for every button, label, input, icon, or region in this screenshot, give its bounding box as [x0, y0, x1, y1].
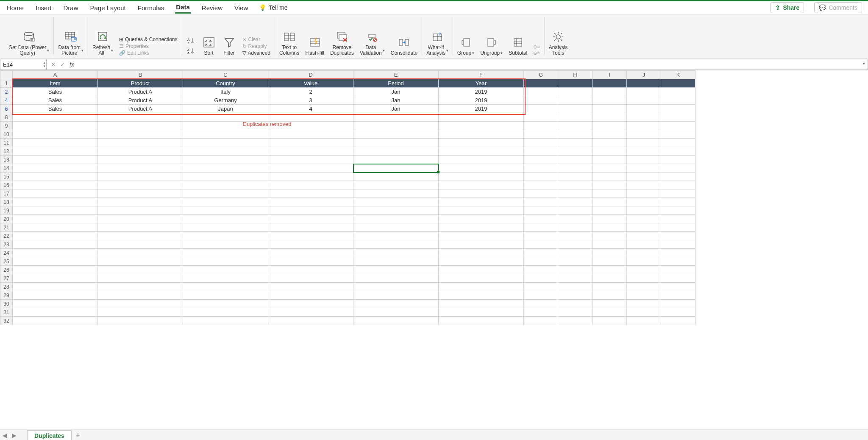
- cell[interactable]: [593, 291, 627, 300]
- row-header[interactable]: 2: [0, 88, 13, 96]
- formula-input[interactable]: ▾: [78, 59, 868, 70]
- cell[interactable]: [661, 113, 696, 122]
- cell[interactable]: [268, 198, 353, 206]
- cell[interactable]: [98, 283, 183, 291]
- cell[interactable]: [268, 173, 353, 181]
- cell[interactable]: [593, 105, 627, 113]
- hide-detail-button[interactable]: ⊖≡: [533, 50, 540, 56]
- cell[interactable]: [13, 240, 98, 249]
- cell[interactable]: [439, 291, 524, 300]
- cell[interactable]: [627, 257, 661, 266]
- cell[interactable]: [439, 300, 524, 308]
- cell[interactable]: [593, 139, 627, 147]
- cell[interactable]: [183, 189, 268, 198]
- cell[interactable]: [268, 232, 353, 240]
- cell[interactable]: [524, 300, 558, 308]
- cell[interactable]: 4: [268, 105, 353, 113]
- header-cell[interactable]: [661, 79, 696, 88]
- cell[interactable]: [661, 232, 696, 240]
- cell[interactable]: [627, 206, 661, 215]
- text-to-columns-button[interactable]: Text to Columns: [279, 30, 299, 56]
- cell[interactable]: [268, 266, 353, 274]
- cell[interactable]: [353, 189, 439, 198]
- cell[interactable]: [439, 232, 524, 240]
- column-header[interactable]: E: [353, 71, 439, 79]
- cell[interactable]: [98, 156, 183, 164]
- cell[interactable]: [593, 283, 627, 291]
- cell[interactable]: [524, 113, 558, 122]
- row-header[interactable]: 20: [0, 215, 13, 223]
- cell[interactable]: [13, 164, 98, 173]
- cell[interactable]: [661, 88, 696, 96]
- cell[interactable]: [439, 181, 524, 189]
- properties-button[interactable]: ☰Properties: [119, 43, 149, 49]
- cell[interactable]: [524, 266, 558, 274]
- cell[interactable]: [558, 300, 593, 308]
- cell[interactable]: [661, 257, 696, 266]
- row-header[interactable]: 13: [0, 156, 13, 164]
- cell[interactable]: 3: [268, 96, 353, 105]
- cell[interactable]: [627, 215, 661, 223]
- cell[interactable]: [627, 291, 661, 300]
- cell[interactable]: [98, 164, 183, 173]
- cell[interactable]: [13, 266, 98, 274]
- cell[interactable]: [627, 300, 661, 308]
- ungroup-button[interactable]: Ungroup▾: [480, 35, 503, 56]
- cell[interactable]: [13, 308, 98, 317]
- cell[interactable]: [353, 173, 439, 181]
- header-cell[interactable]: [593, 79, 627, 88]
- cell[interactable]: Italy: [183, 88, 268, 96]
- cell[interactable]: [13, 198, 98, 206]
- column-header[interactable]: H: [558, 71, 593, 79]
- cell[interactable]: [183, 240, 268, 249]
- cell[interactable]: [524, 130, 558, 139]
- sort-button[interactable]: ZAAZ Sort: [202, 35, 216, 56]
- cell[interactable]: [558, 147, 593, 156]
- cell[interactable]: [353, 198, 439, 206]
- cell[interactable]: [558, 283, 593, 291]
- cell[interactable]: Product A: [98, 88, 183, 96]
- cell[interactable]: Sales: [13, 105, 98, 113]
- cell[interactable]: [593, 240, 627, 249]
- cell[interactable]: [593, 173, 627, 181]
- column-header[interactable]: F: [439, 71, 524, 79]
- header-cell[interactable]: Period: [353, 79, 439, 88]
- cell[interactable]: [627, 164, 661, 173]
- cell[interactable]: [661, 249, 696, 257]
- advanced-filter-button[interactable]: ▽Advanced: [242, 50, 270, 56]
- cell[interactable]: [627, 88, 661, 96]
- tab-page-layout[interactable]: Page Layout: [89, 3, 127, 13]
- cell[interactable]: [558, 240, 593, 249]
- cell[interactable]: [353, 317, 439, 325]
- cell[interactable]: [13, 274, 98, 283]
- cell[interactable]: [524, 291, 558, 300]
- cell[interactable]: [353, 274, 439, 283]
- column-header[interactable]: C: [183, 71, 268, 79]
- filter-button[interactable]: Filter: [222, 35, 236, 56]
- cell[interactable]: [593, 300, 627, 308]
- cell[interactable]: [268, 189, 353, 198]
- cell[interactable]: [13, 181, 98, 189]
- cell[interactable]: Product A: [98, 96, 183, 105]
- cell[interactable]: [268, 223, 353, 232]
- cell[interactable]: [558, 266, 593, 274]
- cell[interactable]: [353, 240, 439, 249]
- cell[interactable]: [98, 130, 183, 139]
- cell[interactable]: [268, 139, 353, 147]
- cell[interactable]: [439, 173, 524, 181]
- cell[interactable]: [627, 181, 661, 189]
- header-cell[interactable]: [524, 79, 558, 88]
- cell[interactable]: 2: [268, 88, 353, 96]
- cell[interactable]: [661, 240, 696, 249]
- cell[interactable]: [98, 232, 183, 240]
- cell[interactable]: [353, 249, 439, 257]
- cell[interactable]: [13, 300, 98, 308]
- cell[interactable]: [98, 206, 183, 215]
- cell[interactable]: [661, 283, 696, 291]
- cell[interactable]: [558, 96, 593, 105]
- cell[interactable]: [558, 274, 593, 283]
- cell[interactable]: [98, 257, 183, 266]
- cell[interactable]: [98, 122, 183, 130]
- column-header[interactable]: K: [661, 71, 696, 79]
- cell[interactable]: [524, 240, 558, 249]
